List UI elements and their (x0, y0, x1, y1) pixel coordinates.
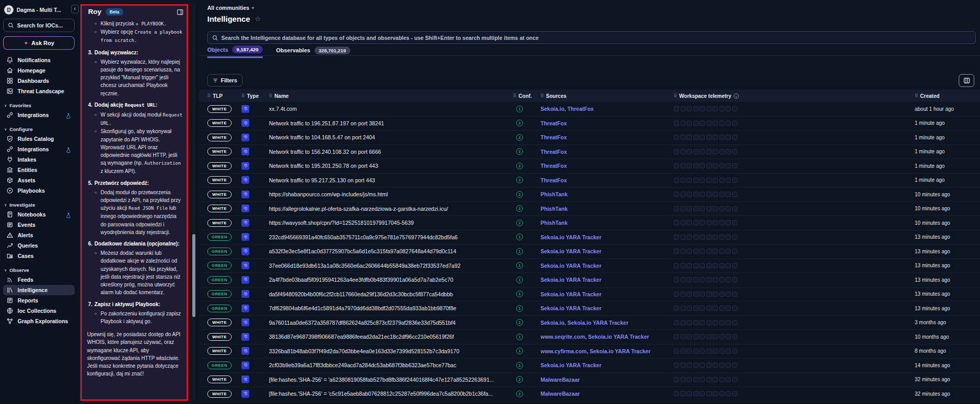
source-link[interactable]: Sekoia.io (541, 106, 564, 112)
source-link[interactable]: Sekoia.io YARA Tracker (541, 305, 602, 311)
drag-handle-icon[interactable]: ⠿ (513, 93, 517, 98)
source-link[interactable]: Sekoia.io YARA Tracker (541, 291, 602, 297)
drag-handle-icon[interactable]: ⠿ (915, 93, 918, 98)
source-link[interactable]: www.cyfirma.com (541, 348, 587, 354)
table-row[interactable]: GREEN 2cf03b9eb39a6a17f83dbbce249acd7a28… (199, 358, 980, 373)
table-row[interactable]: WHITE https://wavysoft.shop/cpn/?Id=1252… (199, 216, 980, 230)
sidebar-item-notebooks[interactable]: Notebooks (3, 209, 75, 220)
drag-handle-icon[interactable]: ⠿ (674, 93, 677, 98)
table-row[interactable]: GREEN da5f49480920b4b00f6c2f2cb117660eda… (199, 287, 980, 302)
source-link[interactable]: Sekoia.io YARA Tracker (588, 334, 649, 340)
sidebar-item-homepage[interactable]: Homepage (3, 65, 75, 76)
source-link[interactable]: ThreatFox (541, 177, 567, 183)
table-row[interactable]: WHITE https://shabanpourco.com/wp-includ… (199, 187, 980, 202)
sidebar-item-feeds[interactable]: Feeds (3, 275, 75, 285)
source-link[interactable]: Sekoia.io YARA Tracker (541, 234, 602, 240)
source-link[interactable]: Sekoia.io YARA Tracker (541, 362, 602, 368)
filters-button[interactable]: Filters (207, 74, 243, 86)
table-row[interactable]: WHITE Network traffic to 95.217.25.130 o… (199, 174, 980, 188)
sidebar-item-threat-landscape[interactable]: Threat Landscape (3, 86, 75, 96)
dock-panel-icon[interactable] (177, 8, 183, 15)
sidebar-item-alerts[interactable]: Alerts (3, 230, 75, 240)
sidebar-section-observe[interactable]: ∨ Observe (3, 261, 75, 275)
drag-handle-icon[interactable]: ⠿ (541, 93, 544, 98)
alert-icon (6, 232, 13, 239)
sidebar-item-notifications[interactable]: Notifications (3, 55, 75, 65)
table-row[interactable]: WHITE Network traffic to 195.201.250.78 … (199, 159, 980, 174)
intelligence-search-input[interactable] (221, 35, 971, 41)
table-row[interactable]: WHITE 38136d87e9687398f906687ea9886feead… (199, 330, 980, 344)
source-link[interactable]: ThreatFox (541, 149, 567, 155)
sidebar-item-reports[interactable]: Reports (3, 295, 75, 306)
sidebar-item-entities[interactable]: Entities (3, 165, 75, 175)
source-link[interactable]: PhishTank (541, 191, 567, 197)
drag-handle-icon[interactable]: ⠿ (242, 93, 245, 98)
telemetry-cell (674, 377, 679, 382)
drag-handle-icon[interactable]: ⠿ (207, 93, 211, 98)
tab-objects[interactable]: Objects9,187,420 (207, 46, 263, 58)
source-link[interactable]: Sekoia.io (541, 320, 564, 326)
sidebar-item-graph-explorations[interactable]: Graph Explorations (3, 316, 75, 326)
sidebar-item-rules-catalog[interactable]: Rules Catalog (3, 134, 75, 144)
sidebar-item-ioc-collections[interactable]: Ioc Collections (3, 306, 75, 316)
favorite-star-icon[interactable]: ☆ (255, 15, 261, 23)
sidebar-item-events[interactable]: Events (3, 220, 75, 230)
sidebar-item-playbooks[interactable]: Playbooks (3, 185, 75, 196)
source-link[interactable]: Sekoia.io YARA Tracker (590, 348, 651, 354)
table-row[interactable]: WHITE Network traffic to 156.240.108.32 … (199, 145, 980, 160)
source-link[interactable]: ThreatFox (541, 120, 567, 126)
source-link[interactable]: PhishTank (541, 206, 567, 212)
source-link[interactable]: ThreatFox (541, 134, 567, 140)
source-link[interactable]: Sekoia.io YARA Tracker (567, 320, 629, 326)
table-row[interactable]: WHITE 9a76011aa0de6372a358787df862624a82… (199, 316, 980, 330)
search-iocs-button[interactable]: Search for IOCs... (3, 19, 75, 32)
table-row[interactable]: WHITE 3326ba81b48ab03f7f49d2da70d3bbe4ea… (199, 344, 980, 359)
sidebar-item-cases[interactable]: Cases (3, 251, 75, 261)
info-icon[interactable] (733, 93, 739, 99)
ask-roy-button[interactable]: ✦ Ask Roy (3, 36, 75, 50)
sidebar-section-configure[interactable]: ∨ Configure (3, 120, 75, 134)
table-row[interactable]: WHITE Network traffic to 196.251.87.197 … (199, 117, 980, 131)
tab-observables[interactable]: Observables328,701,219 (276, 46, 350, 58)
scrollbar-thumb[interactable] (192, 234, 195, 317)
sidebar-item-assets[interactable]: Assets (3, 175, 75, 185)
column-settings-button[interactable] (959, 74, 974, 87)
sidebar-collapse-button[interactable]: ‹ (71, 5, 79, 13)
sidebar-item-dashboards[interactable]: Dashboards (3, 76, 75, 86)
sidebar-section-favorites[interactable]: ∨ Favorites (3, 96, 75, 110)
source-link[interactable]: Sekoia.io YARA Tracker (541, 248, 602, 254)
source-links: MalwareBazaar (541, 377, 674, 383)
sidebar-item-integrations[interactable]: Integrations (3, 144, 75, 154)
source-link[interactable]: Sekoia.io YARA Tracker (541, 277, 602, 283)
table-row[interactable]: GREEN 2a4f7bde03baaf5f09195941263a4ee3fd… (199, 273, 980, 287)
workspace-selector[interactable]: D Dagma - Multi T... ▾ (3, 4, 75, 19)
telemetry-cell (706, 106, 712, 111)
table-row[interactable]: WHITE [file:hashes.'SHA-256' = 'c5c91e5a… (199, 387, 980, 401)
source-link[interactable]: ThreatFox (567, 106, 594, 112)
sidebar-item-queries[interactable]: Queries (3, 240, 75, 251)
sidebar-item-integrations[interactable]: Integrations (3, 110, 75, 120)
table-row[interactable]: GREEN 7df629804ab6f6e4d1c5891d4a7970dd6d… (199, 301, 980, 316)
table-row[interactable]: WHITE Network traffic to 104.168.5.47 on… (199, 131, 980, 145)
sidebar-item-intakes[interactable]: Intakes (3, 154, 75, 165)
table-row[interactable]: WHITE https://allegrolokalnie.pl-oferta-… (199, 202, 980, 217)
table-row[interactable]: GREEN 232cd945669391a40fc650ab3575711c0a… (199, 230, 980, 245)
table-row[interactable]: GREEN 37ee066d18e93db613a1a08c3560e6ac26… (199, 259, 980, 273)
source-link[interactable]: MalwareBazaar (541, 377, 580, 383)
source-link[interactable]: Sekoia.io YARA Tracker (541, 263, 602, 269)
column-header-tlp: TLP (213, 93, 223, 99)
source-link[interactable]: MalwareBazaar (541, 391, 580, 397)
source-link[interactable]: PhishTank (541, 220, 567, 226)
count-badge: 9,187,420 (232, 46, 262, 53)
source-link[interactable]: www.seqrite.com (541, 334, 585, 340)
table-row[interactable]: WHITE xx.7.4t.com 1 Sekoia.io, ThreatFox… (199, 102, 980, 117)
telemetry-cell (713, 206, 718, 211)
table-row[interactable]: GREEN a532f3e3ec5e8f1ac0d37725907bc5a6d1… (199, 244, 980, 259)
source-link[interactable]: ThreatFox (541, 163, 567, 169)
sidebar-item-intelligence[interactable]: Intelligence (3, 285, 75, 295)
drag-handle-icon[interactable]: ⠿ (269, 93, 273, 98)
sidebar-section-investigate[interactable]: ∨ Investigate (3, 196, 75, 209)
telemetry-cell (674, 178, 679, 183)
table-row[interactable]: WHITE [file:hashes.'SHA-256' = 'a6238081… (199, 373, 980, 387)
communities-selector[interactable]: All communities ▾ (207, 5, 254, 11)
